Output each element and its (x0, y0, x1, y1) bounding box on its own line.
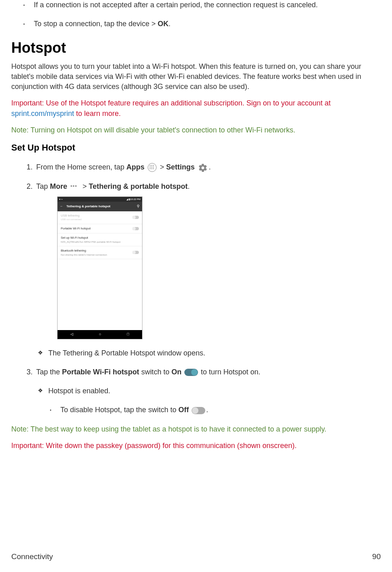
sub-text: Hotspot is enabled. (48, 387, 110, 395)
nested-item: To disable Hotspot, tap the switch to Of… (60, 405, 381, 415)
row-title: Portable Wi-Fi hotspot (61, 227, 91, 231)
portable-wifi-label: Portable Wi-Fi hotspot (62, 368, 139, 376)
portable-hotspot-row: Portable Wi-Fi hotspot (58, 224, 142, 234)
note-text: : Turning on Hotspot on will disable you… (27, 126, 295, 134)
step2-sublist: The Tethering & Portable Hotspot window … (36, 348, 381, 358)
row-sub: NX5_AQT80-e817e1 WPA2 PSK portable Wi-Fi… (61, 240, 120, 244)
important-note: Important: Use of the Hotspot feature re… (11, 98, 381, 118)
toggle-icon (132, 216, 139, 219)
nested-text: . (206, 406, 208, 414)
bullet-text: If a connection is not accepted after a … (34, 1, 318, 9)
nav-home-icon: ○ (99, 332, 101, 337)
step-text: Tap (36, 182, 50, 190)
toggle-icon (132, 251, 139, 254)
important-text: to learn more. (74, 109, 121, 118)
status-bar: ▾ ⌁ ◢ ▮ 10:22 PM (58, 197, 142, 202)
step-3: Tap the Portable Wi-Fi hotspot switch to… (35, 367, 381, 415)
note-text: : The best way to keep using the tablet … (27, 425, 326, 433)
sub-text: The Tethering & Portable Hotspot window … (48, 349, 205, 357)
nav-back-icon: ◁ (70, 332, 73, 337)
setup-steps: From the Home screen, tap Apps > Setting… (11, 162, 381, 415)
sub-item: Hotspot is enabled. To disable Hotspot, … (48, 386, 381, 415)
apps-icon (148, 163, 157, 172)
nav-recent-icon: □ (127, 332, 129, 337)
sprint-link[interactable]: sprint.com/mysprint (11, 109, 74, 118)
hotspot-heading: Hotspot (11, 38, 381, 58)
step-text: > (160, 163, 166, 171)
important-label: Important (11, 99, 42, 107)
row-title: Set up Wi-Fi hotspot (61, 236, 120, 240)
important-text: : Use of the Hotspot feature requires an… (42, 99, 330, 107)
note: Note: Turning on Hotspot on will disable… (11, 125, 381, 135)
toggle-off-icon (192, 407, 205, 414)
more-label: More (50, 182, 67, 190)
nav-bar: ◁ ○ □ (58, 330, 142, 339)
row-title: Bluetooth tethering (61, 249, 107, 253)
step3-nested: To disable Hotspot, tap the switch to Of… (48, 405, 381, 415)
tethering-label: Tethering & portable hotspot (89, 182, 188, 190)
step-text: > (83, 182, 89, 190)
hotspot-description: Hotspot allows you to turn your tablet i… (11, 62, 381, 92)
setup-heading: Set Up Hotspot (11, 142, 381, 154)
step-text: From the Home screen, tap (36, 163, 126, 171)
step-2: Tap More > Tethering & portable hotspot.… (35, 182, 381, 358)
step-text: Tap the (36, 368, 62, 376)
step3-sublist: Hotspot is enabled. To disable Hotspot, … (36, 386, 381, 415)
status-time: 10:22 PM (130, 198, 140, 201)
page-footer: Connectivity 90 (11, 551, 381, 562)
step-1: From the Home screen, tap Apps > Setting… (35, 162, 381, 173)
search-icon: ⚲ (137, 204, 140, 209)
step-text: to turn Hotspot on. (201, 368, 260, 376)
note: Note: The best way to keep using the tab… (11, 424, 381, 434)
settings-icon (198, 162, 208, 172)
row-sub: Not sharing this tablet's Internet conne… (61, 253, 107, 256)
ok-label: OK (158, 20, 169, 28)
bluetooth-tethering-row: Bluetooth tethering Not sharing this tab… (58, 246, 142, 259)
on-label: On (171, 368, 182, 376)
step-text: . (209, 163, 211, 171)
app-header: ← Tethering & portable hotspot ⚲ (58, 202, 142, 211)
setup-hotspot-row: Set up Wi-Fi hotspot NX5_AQT80-e817e1 WP… (58, 233, 142, 246)
bullet-item: To stop a connection, tap the device > O… (34, 19, 381, 29)
important-label: Important (11, 442, 42, 450)
bullet-text: . (169, 20, 171, 28)
note-label: Note (11, 425, 27, 433)
screenshot-tethering: ▾ ⌁ ◢ ▮ 10:22 PM ← Tethering & portable … (57, 196, 142, 339)
important-note: Important: Write down the passkey (passw… (11, 441, 381, 451)
important-text: : Write down the passkey (password) for … (42, 442, 297, 450)
bullet-item: If a connection is not accepted after a … (34, 0, 381, 10)
row-title: USB tethering (61, 214, 82, 218)
toggle-icon (132, 227, 139, 230)
more-icon (70, 185, 79, 189)
usb-tethering-row: USB tethering USB not connected (58, 211, 142, 224)
row-sub: USB not connected (61, 218, 82, 221)
section-name: Connectivity (11, 551, 53, 562)
bullet-text: To stop a connection, tap the device > (34, 20, 158, 28)
status-icons: ▾ ⌁ (59, 198, 63, 201)
nested-text: To disable Hotspot, tap the switch to (60, 406, 178, 414)
page-number: 90 (372, 551, 381, 562)
signal-icon: ◢ ▮ (126, 198, 130, 201)
back-icon: ← (60, 204, 63, 209)
settings-label: Settings (166, 163, 195, 171)
sub-item: The Tethering & Portable Hotspot window … (48, 348, 381, 358)
apps-label: Apps (126, 163, 144, 171)
off-label: Off (178, 406, 189, 414)
note-label: Note (11, 126, 27, 134)
step-text: switch to (139, 368, 171, 376)
intro-bullets: If a connection is not accepted after a … (11, 0, 381, 29)
step-text: . (188, 182, 190, 190)
header-title: Tethering & portable hotspot (66, 204, 137, 209)
toggle-on-icon (184, 369, 198, 376)
